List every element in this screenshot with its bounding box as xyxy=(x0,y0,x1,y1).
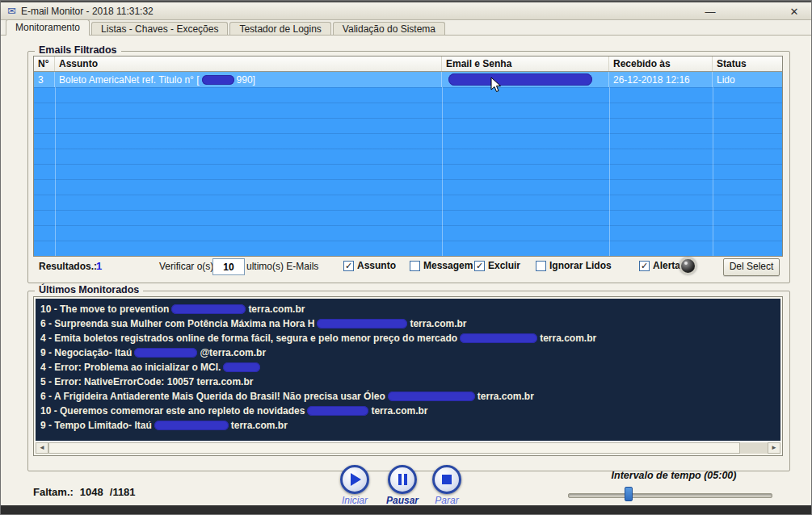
line-text: terra.com.br xyxy=(540,333,596,344)
cell-status: Lido xyxy=(713,72,782,87)
monitored-line[interactable]: 9 - Negociação- Itaú @terra.com.br xyxy=(36,345,780,360)
line-text: @terra.com.br xyxy=(200,347,266,358)
alerta-led-button[interactable] xyxy=(679,258,696,274)
mouse-cursor xyxy=(490,77,502,96)
redaction-blob xyxy=(317,319,407,329)
cell-num: 3 xyxy=(34,72,55,87)
table-row-selected[interactable]: 3 Boleto AmericaNet ref. Titulo n° [ 990… xyxy=(34,72,782,87)
checkbox-label: Assunto xyxy=(357,260,396,271)
line-text: 9 - Negociação- Itaú xyxy=(40,347,132,358)
iniciar-label: Iniciar xyxy=(331,495,378,506)
group-emails-filtrados: Emails Filtrados N° Assunto Email e Senh… xyxy=(27,51,790,283)
pause-icon[interactable] xyxy=(388,465,417,494)
checkbox-label: Messagem xyxy=(423,260,473,271)
monitored-list[interactable]: 10 - The move to prevention terra.com.br… xyxy=(36,299,780,441)
parar-label: Parar xyxy=(423,495,470,506)
cell-recebido: 26-12-2018 12:16 xyxy=(609,72,713,87)
group-title: Emails Filtrados xyxy=(35,44,121,56)
monitored-line[interactable]: 4 - Error: Problema ao inicializar o MCI… xyxy=(36,360,780,375)
faltam-counter: Faltam.:1048/1181 xyxy=(33,486,142,498)
column-header-assunto[interactable]: Assunto xyxy=(55,57,442,71)
scroll-right-arrow[interactable]: ► xyxy=(768,442,780,454)
scroll-left-arrow[interactable]: ◄ xyxy=(36,442,48,454)
redaction-blob xyxy=(460,333,537,343)
resultados-value: 1 xyxy=(96,260,102,272)
column-header-recebido[interactable]: Recebido às xyxy=(609,57,713,71)
column-header-status[interactable]: Status xyxy=(713,57,782,71)
cell-email-senha xyxy=(442,72,609,87)
column-divider xyxy=(442,72,443,256)
checkbox-label: Alerta xyxy=(653,260,680,271)
minimize-button[interactable]: — xyxy=(698,4,722,19)
line-text: 6 - Surpreenda sua Mulher com Potência M… xyxy=(40,318,314,329)
monitored-line[interactable]: 9 - Tempo Limitado- Itaú terra.com.br xyxy=(36,418,780,433)
emails-table[interactable]: N° Assunto Email e Senha Recebido às Sta… xyxy=(33,56,783,257)
subject-text: Boleto AmericaNet ref. Titulo n° [ xyxy=(59,74,200,86)
subject-text: 990] xyxy=(237,74,255,86)
scrollbar-thumb[interactable] xyxy=(48,442,740,454)
monitored-line[interactable]: 6 - A Frigideira Antiaderente Mais Queri… xyxy=(36,389,780,404)
monitored-line[interactable]: 10 - Queremos comemorar este ano repleto… xyxy=(36,404,780,418)
redaction-blob xyxy=(134,348,197,358)
checkbox-box xyxy=(410,261,420,271)
monitored-line[interactable]: 10 - The move to prevention terra.com.br xyxy=(36,302,780,316)
verificar-count-input[interactable] xyxy=(212,258,245,275)
line-text: terra.com.br xyxy=(248,304,305,315)
checkbox-assunto[interactable]: ✓ Assunto xyxy=(343,260,396,271)
monitored-line[interactable]: 4 - Emita boletos registrados online de … xyxy=(36,331,780,345)
line-text: 6 - A Frigideira Antiaderente Mais Queri… xyxy=(40,391,385,402)
line-text: terra.com.br xyxy=(410,318,466,329)
column-header-num[interactable]: N° xyxy=(34,57,55,71)
scrollbar-track[interactable] xyxy=(740,442,768,454)
monitored-listbox[interactable]: 10 - The move to prevention terra.com.br… xyxy=(33,296,783,456)
checkbox-excluir[interactable]: ✓ Excluir xyxy=(474,260,520,271)
slider-thumb[interactable] xyxy=(625,487,633,501)
redaction-blob xyxy=(202,75,234,85)
monitored-line[interactable]: 5 - Error: NativeErrorCode: 10057 terra.… xyxy=(36,375,780,389)
redaction-blob xyxy=(171,304,246,314)
interval-label: Intervalo de tempo (05:00) xyxy=(566,470,781,481)
interval-slider[interactable] xyxy=(568,486,772,502)
checkbox-box: ✓ xyxy=(639,261,650,271)
checkbox-box: ✓ xyxy=(343,261,354,271)
resultados-label: Resultados.: xyxy=(39,261,97,272)
parar-button[interactable]: Parar xyxy=(423,465,470,506)
tab-testador-de-logins[interactable]: Testador de Logins xyxy=(229,22,330,36)
play-icon[interactable] xyxy=(340,465,369,494)
checkbox-ignorar-lidos[interactable]: Ignorar Lidos xyxy=(536,260,612,271)
column-divider xyxy=(55,72,56,256)
horizontal-scrollbar[interactable]: ◄ ► xyxy=(36,442,780,454)
main-panel: Emails Filtrados N° Assunto Email e Senh… xyxy=(1,35,811,505)
faltam-value: 1048 xyxy=(80,486,103,498)
bottom-strip xyxy=(1,505,811,514)
table-header: N° Assunto Email e Senha Recebido às Sta… xyxy=(34,57,782,72)
tab-monitoramento[interactable]: Monitoramento xyxy=(6,19,90,36)
line-text: 10 - The move to prevention xyxy=(40,304,169,315)
table-body[interactable]: 3 Boleto AmericaNet ref. Titulo n° [ 990… xyxy=(34,72,782,256)
ultimos-emails-label: ultimo(s) E-Mails xyxy=(246,261,318,272)
pausar-button[interactable]: Pausar xyxy=(379,465,426,506)
checkbox-label: Ignorar Lidos xyxy=(549,260,612,271)
line-text: 4 - Emita boletos registrados online de … xyxy=(40,333,457,344)
iniciar-button[interactable]: Iniciar xyxy=(331,465,378,506)
verificar-label: Verificar o(s) xyxy=(159,261,213,272)
email-app-icon: ✉ xyxy=(7,5,16,17)
tab-validacao-do-sistema[interactable]: Validação do Sistema xyxy=(333,22,445,36)
column-header-email-senha[interactable]: Email e Senha xyxy=(442,57,609,71)
group-title: Últimos Monitorados xyxy=(35,284,143,295)
monitored-line[interactable]: 6 - Surpreenda sua Mulher com Potência M… xyxy=(36,316,780,331)
stop-icon[interactable] xyxy=(432,465,461,494)
line-text: 9 - Tempo Limitado- Itaú xyxy=(40,420,152,431)
column-divider xyxy=(609,72,610,256)
del-select-button[interactable]: Del Select xyxy=(723,258,780,276)
close-button[interactable]: ✕ xyxy=(782,4,806,19)
slider-track[interactable] xyxy=(568,493,772,498)
checkbox-messagem[interactable]: Messagem xyxy=(410,260,473,271)
controls-row: Resultados.: 1 Verificar o(s) ultimo(s) … xyxy=(28,258,789,278)
titlebar[interactable]: ✉ E-mail Monitor - 2018 11:31:32 — ✕ xyxy=(1,1,811,20)
redaction-blob xyxy=(307,406,368,416)
checkbox-alerta[interactable]: ✓ Alerta xyxy=(639,260,680,271)
tab-listas-chaves-excecoes[interactable]: Listas - Chaves - Exceções xyxy=(91,22,228,36)
line-text: 10 - Queremos comemorar este ano repleto… xyxy=(40,405,305,417)
checkbox-box: ✓ xyxy=(474,261,485,271)
